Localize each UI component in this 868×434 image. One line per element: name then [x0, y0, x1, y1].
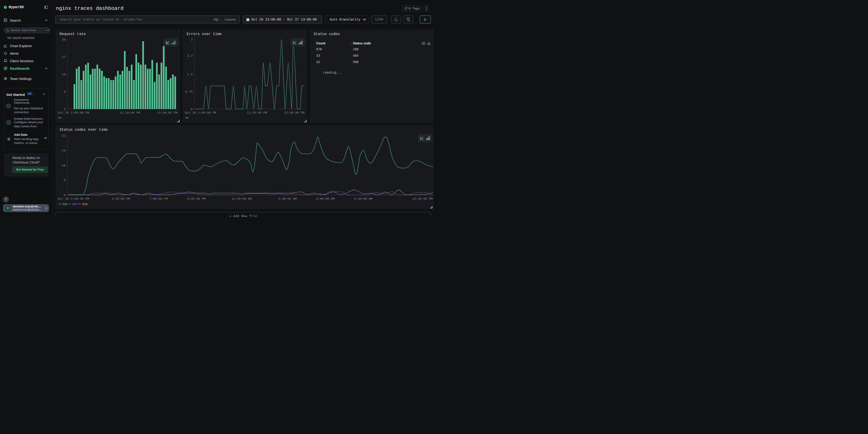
svg-text:11:30:00 PM: 11:30:00 PM — [247, 111, 267, 115]
svg-text:12:30:00 PM: 12:30:00 PM — [157, 111, 177, 115]
svg-text:12:30:00 PM: 12:30:00 PM — [412, 197, 432, 200]
svg-text:0: 0 — [64, 193, 65, 197]
svg-text:2.3: 2.3 — [187, 54, 192, 58]
svg-text:11:30:00 PM: 11:30:00 PM — [120, 111, 140, 115]
svg-text:18: 18 — [62, 73, 65, 76]
svg-text:0: 0 — [191, 108, 192, 111]
svg-text:Oct 26 1:00:00 PM: Oct 26 1:00:00 PM — [58, 111, 89, 115]
svg-text:4:30:00 PM: 4:30:00 PM — [111, 197, 130, 200]
svg-text:24: 24 — [62, 149, 65, 152]
svg-text:8:30:00 AM: 8:30:00 AM — [354, 197, 372, 200]
svg-text:3: 3 — [191, 38, 192, 41]
svg-text:8: 8 — [64, 179, 65, 182]
svg-text:404: 404 — [72, 203, 77, 206]
svg-text:32: 32 — [62, 134, 65, 137]
svg-text:0.75: 0.75 — [185, 90, 192, 94]
svg-text:7:00:00 PM: 7:00:00 PM — [149, 197, 167, 200]
svg-text:9:30:00 PM: 9:30:00 PM — [187, 197, 206, 200]
svg-text:27: 27 — [62, 55, 65, 59]
svg-text:1.5: 1.5 — [187, 73, 192, 76]
svg-text:36: 36 — [62, 38, 65, 41]
svg-text:0: 0 — [64, 108, 65, 111]
svg-text:3:30:00 AM: 3:30:00 AM — [278, 197, 297, 200]
svg-text:200: 200 — [62, 203, 67, 206]
svg-text:12:30:00 AM: 12:30:00 AM — [231, 197, 252, 200]
svg-text:6:00:00 AM: 6:00:00 AM — [316, 197, 335, 200]
svg-text:16: 16 — [62, 164, 65, 167]
svg-text:Oct 26 1:00:00 PM: Oct 26 1:00:00 PM — [185, 111, 216, 115]
svg-text:12:30:00 PM: 12:30:00 PM — [284, 111, 304, 115]
svg-text:9: 9 — [64, 90, 65, 94]
svg-text:Oct 26 1:00:00 PM: Oct 26 1:00:00 PM — [58, 197, 89, 200]
svg-text:500: 500 — [82, 203, 87, 206]
